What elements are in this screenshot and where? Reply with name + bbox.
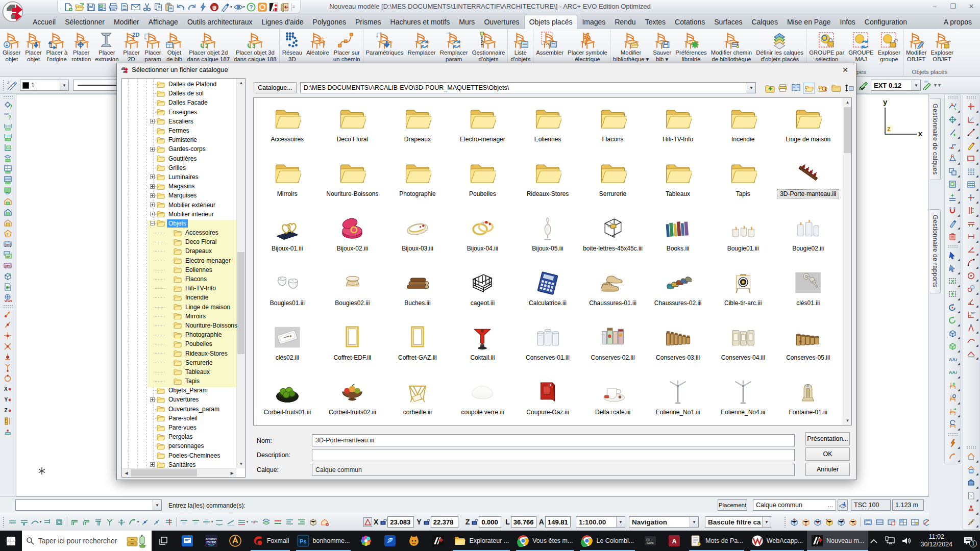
file-item-fontaine-01-iii[interactable]: Fontaine-01.iii [775,378,841,426]
tree-item-fumisterie[interactable]: Fumisterie [122,135,236,144]
toolbar-grip[interactable] [966,446,976,449]
angle-corner-icon[interactable]: ◢ [964,113,978,127]
box-iso-2-icon[interactable] [800,516,812,528]
file-item-boite-lettres-45x45c-iii[interactable]: boite-lettres-45x45c.iii [580,214,646,262]
grid-table-icon[interactable]: ◢ [964,178,978,191]
tree-item-deco-floral[interactable]: Deco Floral [122,237,236,246]
tree-item-photographie[interactable]: Photographie [122,330,236,339]
folder-item-tapis[interactable]: Tapis [710,160,776,208]
box-iso-1-icon[interactable] [788,516,800,528]
snap-x-icon[interactable]: X [3,384,14,394]
scroll-down-icon[interactable]: ▼ [843,416,852,425]
tree-item-flacons[interactable]: Flacons [122,274,236,284]
layer-wall-icon[interactable] [260,516,272,528]
curve-arrow-icon[interactable]: ◢ [946,449,960,463]
stretch-shape-icon[interactable]: ◢ [946,191,960,205]
taskbar-app-gom[interactable] [402,531,426,551]
file-item-conserves-01-iii[interactable]: Conserves-01.iii [515,323,580,371]
ext-style-combo[interactable]: EXT 0.12 ▼ [871,80,921,91]
book-catalog-icon[interactable] [790,83,801,94]
tab-hachures-et-motifs[interactable]: Hachures et motifs [386,15,455,29]
expand-icon[interactable] [150,174,155,179]
presentation-button[interactable]: Présentation... [805,432,850,445]
file-item-conserves-03-iii[interactable]: Conserves-03.iii [645,323,710,371]
house-texture-icon[interactable]: ◢ [964,476,978,489]
text-aaa-2-icon[interactable]: AAA◢ [946,366,960,379]
file-item-bijoux-03-iii[interactable]: Bijoux-03.iii [385,214,450,262]
snap-circle-icon[interactable] [3,373,14,384]
wall-arc-icon[interactable]: ▾ [128,516,139,528]
grid-dots-icon[interactable]: ◢ [964,165,978,179]
wall-node-2-icon[interactable] [151,516,163,528]
tree-item-pergolas[interactable]: Pergolas [122,432,236,441]
seg-break-icon[interactable] [249,516,260,528]
file-item-coupole-verre-iii[interactable]: coupole verre.iii [450,378,516,426]
snap-z-icon[interactable]: Z [3,405,14,416]
start-button[interactable] [0,531,22,551]
folder-item-eoliennes[interactable]: Eoliennes [515,105,580,153]
rotate-object-2-icon[interactable]: ◢ [946,314,960,327]
tab-lignes-d-aide[interactable]: Lignes d'aide [257,15,308,29]
tree-item-dalles-facade[interactable]: Dalles Facade [122,98,236,107]
select-arrow-2-icon[interactable]: ◢ [946,262,960,275]
chair-move-icon[interactable]: ◢ [946,405,960,418]
tab-cotations[interactable]: Cotations [670,15,709,29]
folder-item-serrurerie[interactable]: Serrurerie [580,160,646,208]
tree-item-grilles[interactable]: Grilles [122,163,236,172]
box-iso-4-icon[interactable] [823,516,835,528]
ribbon-button-placer-objet-2d[interactable]: 2Placer objet 2d dans calque 187 [185,30,232,63]
rectangle-draw-icon[interactable]: ◢ [964,152,978,165]
measure-area-green-icon[interactable]: m² [3,185,14,196]
seg-top-icon[interactable] [178,516,190,528]
tree-item-dalles-de-plafond[interactable]: Dalles de Plafond [122,80,236,89]
ribbon-button-objet[interactable]: Objet de bib [163,30,185,63]
tree-item-accessoires[interactable]: Accessoires [122,228,236,237]
search-highlight-icon[interactable] [126,533,148,548]
ribbon-button-r-seau[interactable]: Réseau 3D [280,30,304,63]
box-iso-3-icon[interactable] [812,516,823,528]
query-text-icon[interactable]: xyz? [3,110,14,121]
expand-icon[interactable] [150,147,155,152]
ribbon-button-modifier[interactable]: Modifier OBJET [904,30,929,63]
folder-print-icon[interactable] [777,83,788,94]
wall-cross-icon[interactable] [116,516,128,528]
expand-icon[interactable] [150,203,155,207]
snap-node-icon[interactable] [3,352,14,362]
tree-scroll-thumb-h[interactable] [131,469,197,477]
filter-combo[interactable]: Bascule filtre ca▼ [705,516,771,528]
tree-item-tapis[interactable]: Tapis [122,377,236,386]
folder-item-linge-de-maison[interactable]: Linge de maison [775,105,841,153]
tree-item-escaliers[interactable]: Escaliers [122,117,236,126]
tree-item-serrurerie[interactable]: Serrurerie [122,358,236,367]
tab-affichage[interactable]: Affichage [144,15,183,29]
file-item-eolienne-no4-iii[interactable]: Eolienne_No4.iii [710,378,776,426]
close-button[interactable]: ✕ [966,2,977,11]
curve-red-icon[interactable]: ◢ [964,334,978,347]
green-pen-edit-icon[interactable] [923,81,933,90]
dock-tab-gestionnaire-de-calques[interactable]: Gestionnaire de calques [930,98,941,180]
dock-tab-gestionnaire-de-rapports[interactable]: Gestionnaire de rapports [930,209,941,293]
seg-top-2-icon[interactable] [190,516,202,528]
snap-endpoint-icon[interactable] [3,309,14,319]
file-item-3d-porte-manteau-iii[interactable]: 3D-Porte-manteau.iii [775,160,841,208]
dialog-close-button[interactable]: ✕ [840,65,851,74]
tree-item-objets[interactable]: Objets [122,219,236,228]
ribbon-button-pr-f-rences[interactable]: Préférences librairie [673,30,708,63]
volume-m3-icon[interactable]: [m³] [3,260,14,271]
measure-house-2-icon[interactable] [3,207,14,217]
arc-curve-icon[interactable]: ◢ [964,256,978,269]
tab-prismes[interactable]: Prismes [351,15,386,29]
file-item-corbeille-iii[interactable]: corbeille.iii [385,378,450,426]
ribbon-button-placer[interactable]: Placer rotation [69,30,93,63]
tree-item-nouriture-boissons[interactable]: Nouriture-Boissons [122,321,236,330]
axis-cross-icon[interactable]: ◢ [964,191,978,205]
align-lines-icon[interactable] [284,516,296,528]
ribbon-button-assembler[interactable]: Assembler [534,30,566,56]
tab-surfaces[interactable]: Surfaces [709,15,747,29]
file-item-cageot-iii[interactable]: cageot.iii [450,269,516,317]
folder-item-nouriture-boissons[interactable]: Nouriture-Boissons [320,160,385,208]
taskbar-app-photos[interactable] [354,531,378,551]
calque-dialog-field[interactable]: Calque commun [312,464,795,476]
minimize-button[interactable]: – [929,2,940,11]
view-side-icon[interactable] [874,516,886,528]
